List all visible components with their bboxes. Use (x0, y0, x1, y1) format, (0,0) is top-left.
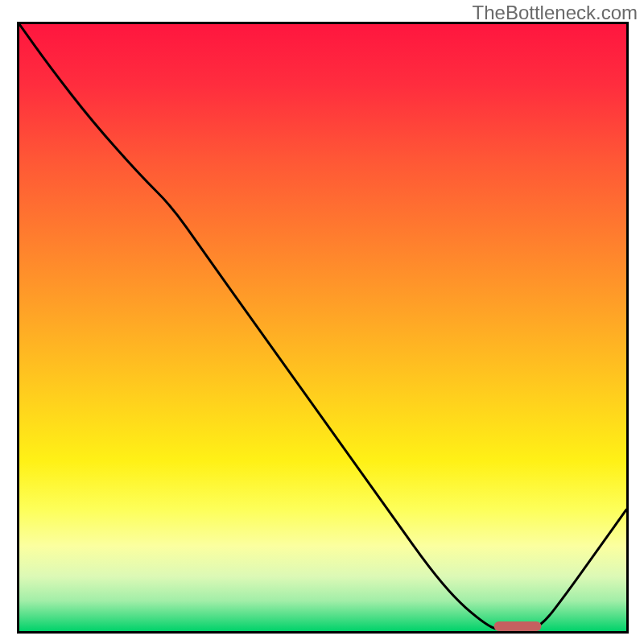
optimal-range-marker (494, 621, 542, 631)
plot-area (17, 22, 629, 634)
plot-svg (19, 24, 626, 631)
watermark-text: TheBottleneck.com (473, 2, 638, 24)
chart-canvas: TheBottleneck.com (0, 0, 644, 644)
gradient-background (19, 24, 626, 631)
